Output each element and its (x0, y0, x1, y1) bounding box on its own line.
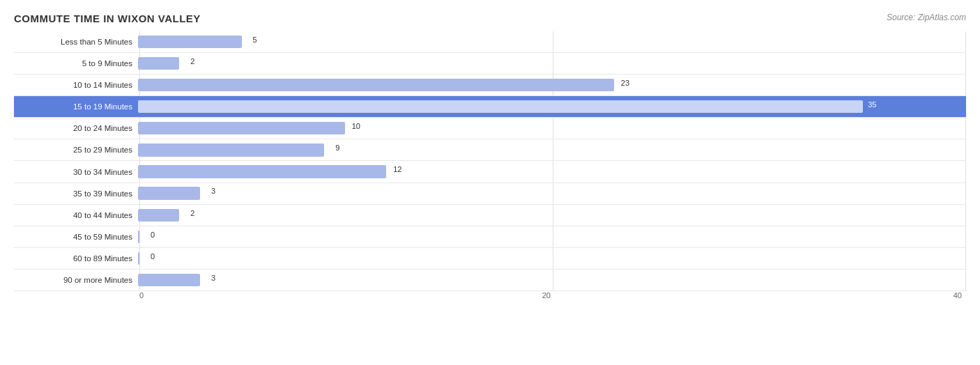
bar-fill: 3 (138, 187, 200, 199)
bar-row: 30 to 34 Minutes12 (14, 161, 966, 182)
bar-fill: 12 (138, 165, 386, 178)
bar-fill: 10 (138, 122, 345, 134)
bar-track: 0 (138, 249, 966, 267)
bar-track: 12 (138, 162, 966, 180)
bar-value: 0 (151, 231, 155, 239)
bar-value: 3 (211, 274, 215, 282)
bar-label: 20 to 24 Minutes (14, 124, 138, 132)
bar-value: 12 (393, 165, 401, 173)
bar-value: 0 (151, 252, 155, 261)
bar-fill: 3 (138, 274, 200, 286)
bar-row: 25 to 29 Minutes9 (14, 139, 966, 161)
bar-value: 35 (868, 100, 876, 109)
bars-container: Less than 5 Minutes55 to 9 Minutes210 to… (14, 31, 966, 291)
bar-value: 2 (190, 57, 194, 65)
bar-track: 35 (138, 98, 966, 116)
chart-container: COMMUTE TIME IN WIXON VALLEY Source: Zip… (0, 0, 980, 365)
bar-label: 30 to 34 Minutes (14, 168, 138, 176)
bar-label: 10 to 14 Minutes (14, 81, 138, 89)
bar-value: 9 (335, 143, 339, 152)
bar-label: 90 or more Minutes (14, 276, 138, 284)
bar-track: 2 (138, 206, 966, 224)
bar-value: 23 (621, 79, 629, 87)
bar-track: 3 (138, 271, 966, 289)
x-axis-label: 20 (542, 291, 551, 300)
bar-row: 15 to 19 Minutes35 (14, 96, 966, 118)
bar-label: 15 to 19 Minutes (14, 102, 138, 111)
bar-value: 5 (252, 36, 257, 44)
source-label: Source: ZipAtlas.com (887, 13, 966, 22)
bar-value: 2 (190, 209, 194, 217)
bar-label: 60 to 89 Minutes (14, 254, 138, 263)
bar-label: 35 to 39 Minutes (14, 189, 138, 198)
bar-row: 5 to 9 Minutes2 (14, 53, 966, 75)
bar-row: 20 to 24 Minutes10 (14, 118, 966, 139)
bar-row: 60 to 89 Minutes0 (14, 248, 966, 270)
x-axis: 02040 (139, 291, 966, 311)
bar-track: 5 (138, 33, 966, 51)
bar-value: 10 (352, 122, 360, 130)
bar-fill: 23 (138, 79, 614, 91)
bar-track: 3 (138, 185, 966, 203)
bar-row: Less than 5 Minutes5 (14, 31, 966, 53)
bar-fill: 5 (138, 36, 242, 48)
bar-fill: 2 (138, 209, 179, 222)
bar-label: 45 to 59 Minutes (14, 233, 138, 241)
bar-track: 0 (138, 228, 966, 246)
bar-value: 3 (211, 187, 215, 195)
x-axis-label: 0 (139, 291, 144, 300)
bar-row: 45 to 59 Minutes0 (14, 226, 966, 248)
bar-row: 10 to 14 Minutes23 (14, 75, 966, 96)
bar-row: 35 to 39 Minutes3 (14, 183, 966, 205)
x-axis-label: 40 (954, 291, 962, 300)
chart-title: COMMUTE TIME IN WIXON VALLEY (14, 13, 966, 24)
bar-track: 9 (138, 141, 966, 159)
bar-fill: 9 (138, 143, 324, 156)
bar-track: 23 (138, 76, 966, 94)
bar-fill: 0 (138, 231, 139, 243)
bar-label: 5 to 9 Minutes (14, 59, 138, 68)
bar-label: 40 to 44 Minutes (14, 211, 138, 219)
bar-track: 2 (138, 54, 966, 72)
chart-area: Less than 5 Minutes55 to 9 Minutes210 to… (14, 31, 966, 311)
bar-fill: 0 (138, 252, 139, 265)
bar-row: 90 or more Minutes3 (14, 270, 966, 291)
bar-fill: 2 (138, 57, 179, 70)
bar-track: 10 (138, 119, 966, 137)
bar-label: Less than 5 Minutes (14, 38, 138, 46)
bar-label: 25 to 29 Minutes (14, 146, 138, 154)
bar-row: 40 to 44 Minutes2 (14, 205, 966, 226)
bar-fill: 35 (138, 100, 863, 113)
